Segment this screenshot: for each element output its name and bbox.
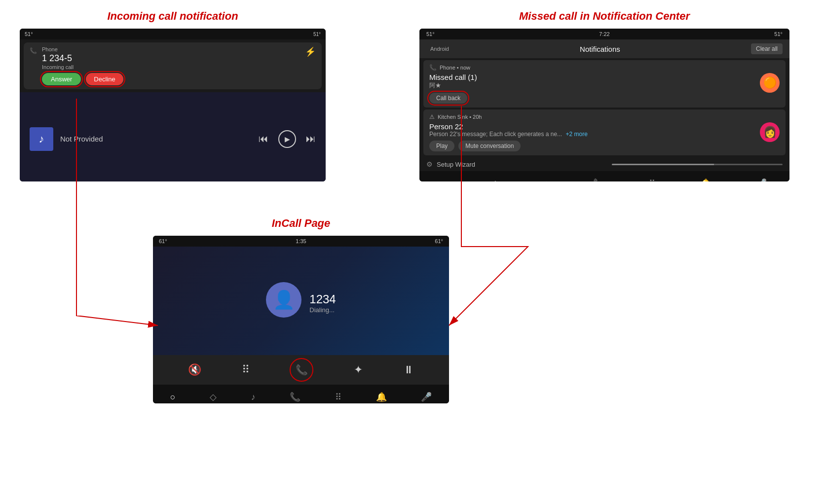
bell-nav-icon3[interactable]: 🔔 [376,392,387,402]
incall-status-center: 1:35 [296,238,306,244]
warning-icon: ⚠ [429,113,435,120]
diamond-nav-icon[interactable]: ◇ [492,178,499,181]
person22-title: Person 22 [429,122,760,131]
call-actions: Answer Decline [42,73,300,85]
music-info: ♪ Not Provided [30,127,103,151]
incoming-label: Incoming call [42,64,300,70]
card-header: 📞 Phone • now [429,64,780,71]
card2-text: Person 22 Person 22's message; Each clic… [429,122,760,151]
mute-icon[interactable]: 🔇 [188,363,201,376]
status-left: 51° [426,31,435,37]
grid-nav-icon2[interactable]: ⠿ [649,178,655,181]
setup-gear-icon: ⚙ [426,160,433,168]
play-button[interactable]: Play [429,141,454,151]
keypad-icon[interactable]: ⠿ [242,363,250,376]
card2-body: Person 22 Person 22's message; Each clic… [429,122,780,151]
missed-call-section: Missed call in Notification Center 51° 7… [419,10,789,181]
mic-nav-icon3[interactable]: 🎤 [421,392,432,402]
incall-status-left: 61° [159,238,167,244]
person22-subtitle: Person 22's message; Each click generate… [429,131,760,138]
bluetooth-icon: ⚡ [305,46,316,57]
play-button[interactable]: ▶ [278,130,296,148]
setup-progress-fill [612,164,714,165]
incall-status-bar: 61° 1:35 61° [153,236,449,247]
incall-screen: 61° 1:35 61° 👤 1234 Dialing... 🔇 ⠿ 📞 ✦ ⏸ [153,236,449,403]
decline-button[interactable]: Decline [86,73,123,85]
card2-header: ⚠ Kitchen Sink • 20h [429,113,780,120]
person22-avatar: 👩 [760,122,780,142]
pause-icon[interactable]: ⏸ [403,363,414,376]
setup-progress-bar [612,164,783,165]
bell-nav-icon2[interactable]: 🔔 [700,178,711,181]
notif-status-bar: 51° 7:22 51° [419,29,789,39]
answer-button[interactable]: Answer [42,73,81,85]
contact-avatar: 🟠 [760,73,780,93]
next-icon[interactable]: ⏭ [306,133,316,144]
card-text: Missed call (1) 阿★ Call back [429,73,760,104]
notif-bottom-nav: ○ ◇ ♪ 📞 ⠿ 🔔 🎤 [419,171,789,181]
status-bar: 51° 51° [20,29,326,39]
setup-wizard-text: Setup Wizard [437,161,608,168]
card-app-name: Phone • now [440,65,780,71]
incall-title: InCall Page [153,217,449,230]
call-status: Dialing... [309,306,336,314]
home-nav-icon3[interactable]: ○ [170,392,176,402]
status-left: 51° [25,31,33,37]
music-area: ♪ Not Provided ⏮ ▶ ⏭ [20,92,326,181]
phone-card-icon: 📞 [429,64,437,71]
incoming-call-section: Incoming call notification 51° 51° 📞 Pho… [20,10,326,181]
incall-status-right: 61° [435,238,443,244]
status-right: 51° [313,32,321,37]
phone-icon: 📞 [30,47,37,54]
caller-number: 1 234-5 [42,53,300,64]
music-title: Not Provided [60,135,103,143]
card2-app-name: Kitchen Sink • 20h [438,114,780,120]
phone-nav-icon2[interactable]: 📞 [593,178,604,181]
home-nav-icon[interactable]: ○ [442,179,448,182]
missed-call-subtitle: 阿★ [429,81,760,90]
notif-content: Phone 1 234-5 Incoming call Answer Decli… [42,46,300,85]
call-info: 1234 Dialing... [309,292,336,314]
card-actions: Call back [429,93,760,104]
missed-call-title: Missed call in Notification Center [419,10,789,23]
notifications-header: Android Notifications Clear all [419,39,789,58]
card2-actions: Play Mute conversation [429,141,760,151]
incall-section: InCall Page 61° 1:35 61° 👤 1234 Dialing.… [153,217,449,403]
mic-nav-icon2[interactable]: 🎤 [756,178,767,181]
call-number: 1234 [309,292,336,306]
music-controls: ⏮ ▶ ⏭ [259,130,316,148]
incall-bottom-nav: ○ ◇ ♪ 📞 ⠿ 🔔 🎤 [153,385,449,403]
person22-card: ⚠ Kitchen Sink • 20h Person 22 Person 22… [423,109,786,155]
status-center: 7:22 [599,31,609,37]
app-name: Phone [42,46,300,52]
call-top-row: 👤 1234 Dialing... [153,282,449,324]
grid-nav-icon3[interactable]: ⠿ [335,392,341,402]
plus-more: +2 more [565,131,587,138]
mute-conversation-button[interactable]: Mute conversation [458,141,521,151]
music-thumbnail: ♪ [30,127,53,151]
prev-icon[interactable]: ⏮ [259,133,268,144]
status-right: 51° [774,31,783,37]
setup-wizard-row: ⚙ Setup Wizard [419,157,789,171]
music-nav-icon2[interactable]: ♪ [544,179,548,182]
contact-avatar: 👤 [266,282,301,318]
music-nav-icon3[interactable]: ♪ [251,392,256,402]
missed-call-screen: 51° 7:22 51° Android Notifications Clear… [419,29,789,181]
music-note-icon: ♪ [39,133,44,145]
end-call-button[interactable]: 📞 [290,358,313,382]
incoming-call-screen: 51° 51° 📞 Phone 1 234-5 Incoming call An… [20,29,326,181]
call-back-button[interactable]: Call back [429,93,467,104]
clear-all-button[interactable]: Clear all [751,43,783,54]
bluetooth-icon[interactable]: ✦ [354,363,363,376]
incoming-call-banner: 📞 Phone 1 234-5 Incoming call Answer Dec… [24,42,322,89]
card-body: Missed call (1) 阿★ Call back 🟠 [429,73,780,104]
notifications-title: Notifications [580,45,620,53]
android-label: Android [430,46,449,52]
phone-nav-icon3[interactable]: 📞 [290,392,300,402]
missed-call-title-text: Missed call (1) [429,73,760,81]
missed-call-card: 📞 Phone • now Missed call (1) 阿★ Call ba… [423,60,786,108]
person-icon: 👤 [273,289,295,310]
incall-controls: 🔇 ⠿ 📞 ✦ ⏸ [153,355,449,385]
incall-main-area: 👤 1234 Dialing... [153,247,449,355]
diamond-nav-icon3[interactable]: ◇ [210,392,217,402]
